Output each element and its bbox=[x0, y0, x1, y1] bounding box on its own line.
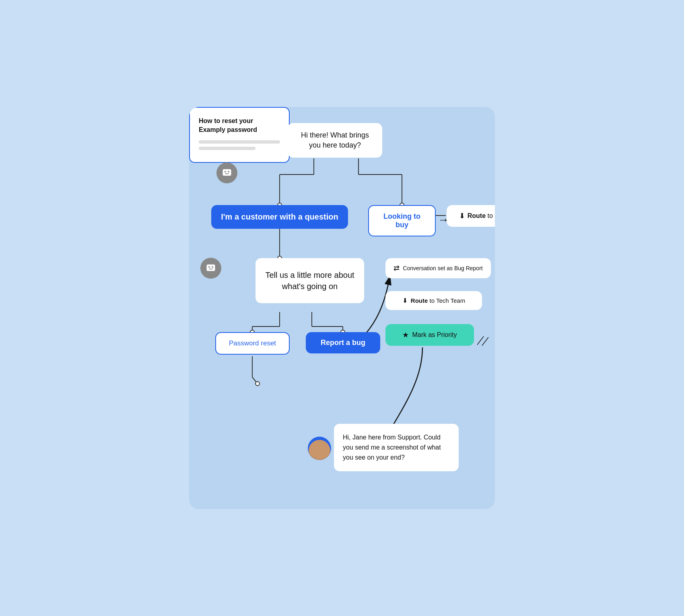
priority-card[interactable]: ★ Mark as Priority bbox=[385, 324, 474, 346]
priority-star-icon: ★ bbox=[402, 331, 409, 339]
route-sales-icon: ⬇ bbox=[459, 211, 465, 220]
bot-icon-2 bbox=[200, 258, 221, 279]
bug-label: Report a bug bbox=[321, 339, 365, 347]
greeting-card: Hi there! What brings you here today? bbox=[288, 123, 382, 158]
flow-canvas: Hi there! What brings you here today? I'… bbox=[189, 107, 495, 509]
tell-more-text: Tell us a little more about what's going… bbox=[264, 269, 355, 292]
route-sales-label: Route to Sales bbox=[468, 212, 495, 220]
bot-icon-1 bbox=[216, 162, 237, 183]
svg-rect-26 bbox=[228, 171, 229, 172]
svg-rect-28 bbox=[207, 265, 215, 271]
reset-line-1 bbox=[199, 140, 280, 144]
svg-rect-31 bbox=[209, 269, 212, 269]
svg-rect-25 bbox=[225, 171, 226, 172]
reset-line-2 bbox=[199, 147, 255, 150]
conv-bug-card: ⇄ Conversation set as Bug Report bbox=[385, 258, 491, 278]
agent-avatar bbox=[308, 437, 331, 460]
route-tech-icon: ⬇ bbox=[402, 297, 408, 304]
password-reset-card[interactable]: Password reset bbox=[215, 332, 290, 355]
customer-card[interactable]: I'm a customer with a question bbox=[211, 205, 348, 229]
sparkle-decoration: ╱╱ bbox=[477, 336, 488, 346]
greeting-text: Hi there! What brings you here today? bbox=[297, 130, 373, 150]
svg-rect-29 bbox=[208, 266, 210, 268]
looking-to-buy-card[interactable]: Looking to buy bbox=[368, 205, 436, 236]
route-sales-card[interactable]: ⬇ Route to Sales bbox=[447, 205, 495, 227]
conv-bug-text: Conversation set as Bug Report bbox=[403, 265, 482, 271]
reset-title: How to reset your Examply password bbox=[199, 117, 280, 135]
conv-bug-icon: ⇄ bbox=[394, 264, 400, 273]
svg-point-21 bbox=[255, 382, 260, 386]
reset-card: How to reset your Examply password bbox=[189, 107, 290, 163]
route-tech-label: Route to Tech Team bbox=[411, 297, 465, 304]
customer-label: I'm a customer with a question bbox=[221, 212, 338, 222]
password-label: Password reset bbox=[229, 339, 276, 347]
svg-rect-30 bbox=[212, 266, 213, 268]
svg-rect-27 bbox=[225, 173, 229, 174]
priority-label: Mark as Priority bbox=[412, 331, 457, 339]
agent-message-text: Hi, Jane here from Support. Could you se… bbox=[343, 433, 450, 462]
looking-label: Looking to buy bbox=[376, 212, 428, 229]
svg-rect-24 bbox=[223, 169, 231, 176]
tell-more-card: Tell us a little more about what's going… bbox=[255, 258, 364, 303]
route-tech-card[interactable]: ⬇ Route to Tech Team bbox=[385, 291, 482, 310]
svg-line-20 bbox=[252, 377, 258, 384]
agent-message-card: Hi, Jane here from Support. Could you se… bbox=[334, 424, 459, 471]
avatar-image bbox=[309, 440, 330, 460]
report-bug-card[interactable]: Report a bug bbox=[306, 332, 380, 353]
